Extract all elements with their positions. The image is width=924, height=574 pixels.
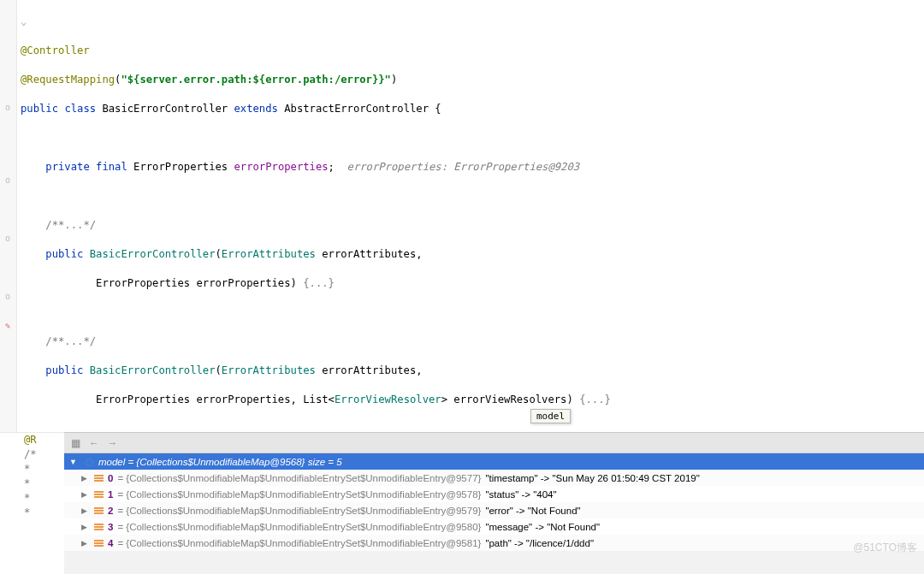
override-gutter-icon[interactable]: o: [3, 234, 13, 244]
override-gutter-icon[interactable]: o: [3, 103, 13, 113]
map-entry-icon: [94, 491, 104, 498]
expand-arrow-icon[interactable]: ▶: [81, 474, 90, 482]
new-watch-icon[interactable]: ▦: [71, 437, 80, 449]
map-entry-icon: [94, 475, 104, 482]
link-icon: [86, 459, 93, 466]
variable-row[interactable]: ▶ 3 = {Collections$UnmodifiableMap$Unmod…: [64, 518, 924, 535]
map-entry-icon: [94, 524, 104, 530]
expand-arrow-icon[interactable]: ▶: [81, 539, 90, 547]
variable-row[interactable]: ▶ 2 = {Collections$UnmodifiableMap$Unmod…: [64, 502, 924, 518]
expand-arrow-icon[interactable]: ▶: [81, 523, 90, 531]
forward-icon[interactable]: →: [108, 438, 118, 448]
variable-row[interactable]: ▶ 4 = {Collections$UnmodifiableMap$Unmod…: [64, 535, 924, 551]
editor-leftover: @R /* * * * *: [0, 432, 64, 574]
expand-arrow-icon[interactable]: ▶: [81, 506, 90, 515]
variable-row[interactable]: ▶ 0 = {Collections$UnmodifiableMap$Unmod…: [64, 470, 924, 486]
fold-marker[interactable]: {...}: [303, 277, 335, 289]
hover-tooltip: model: [530, 409, 571, 423]
debugger-toolbar: ▦ ← →: [64, 433, 924, 453]
variable-root-row[interactable]: ▼ model = {Collections$UnmodifiableMap@9…: [64, 453, 924, 470]
modified-gutter-icon[interactable]: ✎: [3, 321, 13, 331]
editor-gutter: o o o o ✎: [0, 0, 17, 432]
back-icon[interactable]: ←: [89, 438, 99, 448]
map-entry-icon: [94, 540, 104, 547]
watermark: @51CTO博客: [853, 541, 917, 555]
expand-arrow-icon[interactable]: ▶: [81, 490, 90, 499]
fold-marker[interactable]: {...}: [579, 394, 611, 405]
debugger-variables-panel[interactable]: ▦ ← → ▼ model = {Collections$Unmodifiabl…: [64, 432, 924, 574]
map-entry-icon: [94, 507, 104, 514]
override-gutter-icon[interactable]: o: [3, 292, 13, 302]
annotation: @Controller: [21, 44, 90, 56]
variable-row[interactable]: ▶ 1 = {Collections$UnmodifiableMap$Unmod…: [64, 486, 924, 502]
collapse-arrow-icon[interactable]: ▼: [69, 458, 77, 466]
variable-children: ▶ 0 = {Collections$UnmodifiableMap$Unmod…: [64, 470, 924, 551]
override-gutter-icon[interactable]: o: [3, 175, 13, 186]
